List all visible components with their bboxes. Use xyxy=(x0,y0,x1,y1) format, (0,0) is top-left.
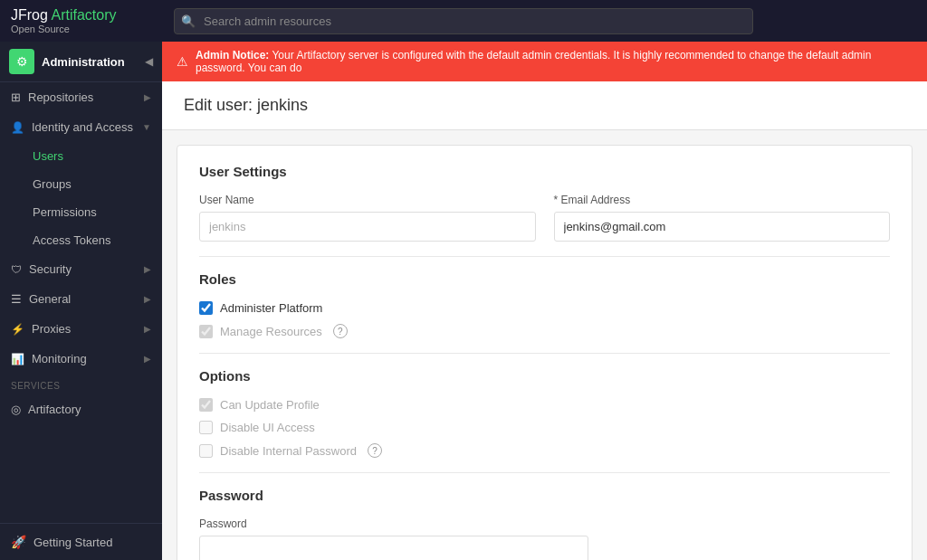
can-update-profile-label: Can Update Profile xyxy=(220,398,320,412)
proxies-chevron-icon: ▶ xyxy=(144,324,151,334)
email-group: * Email Address xyxy=(554,194,891,242)
proxies-icon xyxy=(11,322,24,336)
services-section-label: SERVICES xyxy=(0,374,162,394)
password-label: Password xyxy=(199,517,890,530)
manage-resources-item: Manage Resources ? xyxy=(199,324,890,338)
disable-internal-password-help-icon[interactable]: ? xyxy=(368,443,382,458)
main-layout: ⚙ Administration ◀ Repositories ▶ Identi… xyxy=(0,42,927,560)
sidebar-item-repositories-left: Repositories xyxy=(11,90,93,104)
sidebar-label-monitoring: Monitoring xyxy=(32,352,87,365)
email-field[interactable] xyxy=(554,212,891,242)
sidebar-item-identity-left: Identity and Access xyxy=(11,120,133,134)
sidebar-label-artifactory: Artifactory xyxy=(28,403,81,416)
password-field[interactable] xyxy=(199,536,588,560)
content-area: ⚠ Admin Notice: Your Artifactory server … xyxy=(162,42,927,560)
sidebar-item-getting-started[interactable]: Getting Started xyxy=(0,524,162,560)
page-title: Edit user: jenkins xyxy=(184,96,905,115)
administer-platform-checkbox[interactable] xyxy=(199,301,213,315)
sidebar-sub-access-tokens[interactable]: Access Tokens xyxy=(0,226,162,254)
notice-prefix: Admin Notice: xyxy=(196,49,269,62)
password-divider xyxy=(199,472,890,473)
disable-internal-password-item: Disable Internal Password ? xyxy=(199,443,890,458)
page-content: Edit user: jenkins User Settings User Na… xyxy=(162,81,927,560)
sidebar-label-getting-started: Getting Started xyxy=(33,536,112,549)
disable-internal-password-checkbox[interactable] xyxy=(199,444,213,458)
getting-started-icon xyxy=(11,535,26,549)
sidebar-item-general-left: General xyxy=(11,292,71,306)
sidebar-title: Administration xyxy=(42,55,125,69)
logo: JFrog Artifactory Open Source xyxy=(11,7,156,34)
password-title: Password xyxy=(199,488,890,503)
sidebar-item-security-left: Security xyxy=(11,262,72,276)
username-group: User Name xyxy=(199,194,536,242)
repositories-chevron-icon: ▶ xyxy=(144,92,151,102)
search-icon: 🔍 xyxy=(181,14,196,28)
sidebar-collapse-icon[interactable]: ◀ xyxy=(145,55,153,68)
repositories-icon xyxy=(11,90,21,104)
logo-edition: Open Source xyxy=(11,24,156,34)
roles-divider xyxy=(199,256,890,257)
can-update-profile-checkbox[interactable] xyxy=(199,398,213,412)
roles-checkbox-group: Administer Platform Manage Resources ? xyxy=(199,301,890,338)
identity-icon xyxy=(11,120,24,134)
sidebar-item-proxies-left: Proxies xyxy=(11,322,71,336)
sidebar-item-artifactory[interactable]: Artifactory xyxy=(0,394,162,424)
identity-chevron-icon: ▼ xyxy=(142,122,151,132)
page-header: Edit user: jenkins xyxy=(162,81,927,130)
general-chevron-icon: ▶ xyxy=(144,294,151,304)
notice-warning-icon: ⚠ xyxy=(177,54,188,69)
options-checkbox-group: Can Update Profile Disable UI Access Dis… xyxy=(199,398,890,458)
manage-resources-help-icon[interactable]: ? xyxy=(333,324,348,338)
username-label: User Name xyxy=(199,194,536,206)
sidebar-header-left: ⚙ Administration xyxy=(9,49,125,74)
user-settings-form-row: User Name * Email Address xyxy=(199,194,890,242)
administer-platform-label: Administer Platform xyxy=(220,301,322,315)
user-settings-section: User Settings User Name * Email Address … xyxy=(177,145,913,560)
topbar: JFrog Artifactory Open Source 🔍 xyxy=(0,0,927,42)
sidebar-sub-groups[interactable]: Groups xyxy=(0,170,162,198)
logo-product: Artifactory xyxy=(51,7,116,23)
sidebar-label-permissions: Permissions xyxy=(33,205,97,219)
search-bar: 🔍 xyxy=(174,8,753,34)
sidebar-label-repositories: Repositories xyxy=(28,90,93,104)
notice-text: Admin Notice: Your Artifactory server is… xyxy=(196,49,913,74)
sidebar-label-security: Security xyxy=(29,262,72,276)
search-input[interactable] xyxy=(174,8,753,34)
sidebar-item-identity-access[interactable]: Identity and Access ▼ xyxy=(0,112,162,142)
disable-internal-password-label: Disable Internal Password xyxy=(220,444,357,458)
sidebar-label-access-tokens: Access Tokens xyxy=(33,233,110,247)
logo-jfrog: JFrog xyxy=(11,7,48,23)
sidebar-sub-users[interactable]: Users xyxy=(0,142,162,170)
roles-title: Roles xyxy=(199,271,890,287)
disable-ui-access-item: Disable UI Access xyxy=(199,421,890,434)
logo-main: JFrog Artifactory xyxy=(11,7,156,24)
disable-ui-access-label: Disable UI Access xyxy=(220,421,315,434)
sidebar-label-general: General xyxy=(29,292,71,306)
sidebar-item-monitoring-left: Monitoring xyxy=(11,352,87,365)
username-field[interactable] xyxy=(199,212,536,242)
admin-notice-banner: ⚠ Admin Notice: Your Artifactory server … xyxy=(162,42,927,81)
sidebar-bottom: Getting Started xyxy=(0,523,162,560)
options-divider xyxy=(199,353,890,354)
notice-message: Your Artifactory server is configured wi… xyxy=(196,49,871,74)
password-group: Password xyxy=(199,517,890,560)
sidebar-item-repositories[interactable]: Repositories ▶ xyxy=(0,82,162,112)
user-settings-title: User Settings xyxy=(199,164,890,179)
security-chevron-icon: ▶ xyxy=(144,264,151,274)
sidebar-label-users: Users xyxy=(33,149,63,163)
sidebar-label-proxies: Proxies xyxy=(32,322,71,336)
artifactory-icon xyxy=(11,403,21,416)
sidebar-item-monitoring[interactable]: Monitoring ▶ xyxy=(0,344,162,374)
email-label: * Email Address xyxy=(554,194,891,206)
sidebar-sub-permissions[interactable]: Permissions xyxy=(0,198,162,226)
general-icon xyxy=(11,292,22,306)
sidebar-item-security[interactable]: Security ▶ xyxy=(0,254,162,284)
sidebar-item-proxies[interactable]: Proxies ▶ xyxy=(0,314,162,344)
sidebar-label-groups: Groups xyxy=(33,177,72,191)
sidebar-item-artifactory-left: Artifactory xyxy=(11,403,81,416)
disable-ui-access-checkbox[interactable] xyxy=(199,421,213,434)
manage-resources-checkbox[interactable] xyxy=(199,325,213,338)
manage-resources-label: Manage Resources xyxy=(220,325,322,338)
monitoring-chevron-icon: ▶ xyxy=(144,354,151,364)
sidebar-item-general[interactable]: General ▶ xyxy=(0,284,162,314)
